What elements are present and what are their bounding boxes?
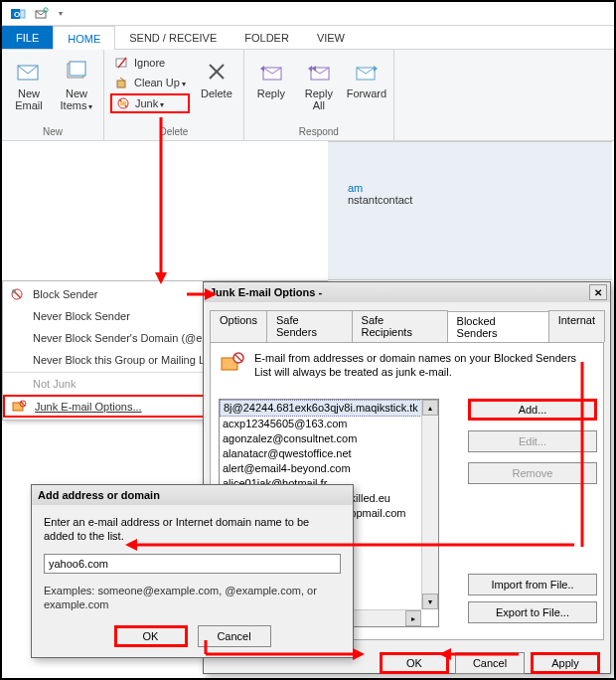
add-dialog-intro: Enter an e-mail address or Internet doma… <box>44 515 341 544</box>
tab-folder[interactable]: FOLDER <box>231 26 303 49</box>
group-delete-label: Delete <box>110 124 237 140</box>
cleanup-icon <box>114 75 130 90</box>
menu-not-junk-label: Not Junk <box>33 378 76 390</box>
block-sender-icon <box>9 286 25 302</box>
menu-never-block-sender-label: Never Block Sender <box>33 310 130 322</box>
delete-label: Delete <box>201 87 232 99</box>
junk-button[interactable]: Junk▾ <box>110 93 190 113</box>
tab-safe-senders[interactable]: Safe Senders <box>266 310 353 342</box>
junk-label: Junk▾ <box>135 97 164 109</box>
list-scrollbar-v[interactable]: ▴▾ <box>421 400 438 609</box>
add-dialog-footer: OK Cancel <box>32 621 353 657</box>
titlebar: O ▾ <box>2 2 614 26</box>
add-dialog-title: Add address or domain <box>38 489 160 501</box>
reply-button[interactable]: Reply <box>250 54 292 99</box>
junk-apply-button[interactable]: Apply <box>531 652 600 674</box>
junk-dialog-tabs: Options Safe Senders Safe Recipients Blo… <box>210 310 604 342</box>
import-button[interactable]: Import from File.. <box>468 574 597 595</box>
cleanup-label: Clean Up▾ <box>134 77 186 88</box>
new-email-label: New Email <box>15 87 43 111</box>
delete-button[interactable]: Delete <box>196 54 237 99</box>
menu-never-block-group-label: Never Block this Group or Mailing List <box>33 354 216 366</box>
svg-rect-7 <box>70 62 85 76</box>
junk-icon <box>115 95 131 111</box>
junk-options-icon <box>11 399 27 415</box>
ribbon-tabs: FILE HOME SEND / RECEIVE FOLDER VIEW <box>2 26 614 50</box>
reply-label: Reply <box>257 87 285 99</box>
add-button[interactable]: Add... <box>468 399 597 421</box>
preview-line1: am <box>348 182 592 194</box>
outlook-icon: O <box>7 4 29 24</box>
group-respond-label: Respond <box>250 124 387 140</box>
list-item[interactable]: 8j@24244.681exk6o3qjv8i.maqikstick.tk <box>220 400 438 417</box>
forward-label: Forward <box>347 87 386 99</box>
svg-text:O: O <box>14 10 20 19</box>
blocked-senders-icon <box>219 351 246 375</box>
ignore-label: Ignore <box>134 57 165 69</box>
tab-view[interactable]: VIEW <box>303 26 359 49</box>
add-dialog-titlebar: Add address or domain <box>32 485 353 505</box>
qat-dropdown-icon[interactable]: ▾ <box>55 4 67 24</box>
new-items-button[interactable]: New Items▾ <box>56 54 97 112</box>
group-respond: Reply Reply All Forward Respond <box>244 50 394 140</box>
forward-button[interactable]: Forward <box>346 54 387 99</box>
junk-ok-button[interactable]: OK <box>380 652 449 674</box>
group-new: New Email New Items▾ New <box>2 50 104 140</box>
svg-rect-10 <box>117 81 125 87</box>
svg-rect-1 <box>20 10 25 18</box>
list-item[interactable]: acxp12345605@163.com <box>220 417 438 431</box>
address-input[interactable] <box>44 554 341 574</box>
new-email-icon <box>13 58 45 85</box>
list-item[interactable]: agonzalez@consultnet.com <box>220 431 438 446</box>
new-items-label: New Items▾ <box>61 87 93 112</box>
add-ok-button[interactable]: OK <box>114 625 188 647</box>
forward-icon <box>351 58 383 85</box>
svg-point-21 <box>12 289 16 293</box>
list-item[interactable]: alanatacr@qwestoffice.net <box>220 446 438 461</box>
group-new-label: New <box>8 124 97 140</box>
reply-icon <box>255 58 287 85</box>
group-delete: Ignore Clean Up▾ Junk▾ Delete Delete <box>104 50 244 140</box>
qat-send-receive-icon[interactable] <box>31 4 53 24</box>
ribbon: New Email New Items▾ New Ignore Clean Up… <box>2 50 614 141</box>
reply-all-button[interactable]: Reply All <box>298 54 340 111</box>
tab-send-receive[interactable]: SEND / RECEIVE <box>115 26 231 49</box>
add-address-dialog: Add address or domain Enter an e-mail ad… <box>31 484 354 658</box>
tab-home[interactable]: HOME <box>53 26 115 50</box>
junk-dialog-titlebar: Junk E-mail Options - ✕ <box>204 282 610 302</box>
annotation-arrow-1 <box>153 117 169 286</box>
menu-block-sender-label: Block Sender <box>33 288 97 300</box>
edit-button: Edit... <box>468 430 597 452</box>
cleanup-button[interactable]: Clean Up▾ <box>110 74 190 91</box>
junk-dialog-title: Junk E-mail Options - <box>210 286 322 298</box>
new-email-button[interactable]: New Email <box>8 54 50 111</box>
svg-rect-13 <box>120 101 126 105</box>
tab-safe-recipients[interactable]: Safe Recipients <box>352 310 448 342</box>
ignore-icon <box>114 55 130 71</box>
reply-all-icon <box>303 58 335 85</box>
new-items-icon <box>61 58 92 85</box>
tab-file[interactable]: FILE <box>2 26 53 49</box>
reply-all-label: Reply All <box>305 87 333 111</box>
preview-line2: nstantcontact <box>348 194 592 206</box>
tab-blocked-senders[interactable]: Blocked Senders <box>447 311 549 343</box>
junk-cancel-button[interactable]: Cancel <box>455 652 525 674</box>
tab-options[interactable]: Options <box>210 310 267 342</box>
junk-dialog-close-button[interactable]: ✕ <box>589 284 607 300</box>
export-button[interactable]: Export to File... <box>468 601 597 623</box>
menu-junk-options-label: Junk E-mail Options... <box>35 401 142 413</box>
add-cancel-button[interactable]: Cancel <box>198 625 271 647</box>
blocked-senders-info: E-mail from addresses or domain names on… <box>254 351 595 380</box>
delete-icon <box>201 58 232 85</box>
ignore-button[interactable]: Ignore <box>110 54 190 72</box>
list-item[interactable]: alert@email4-beyond.com <box>220 461 438 476</box>
tab-international[interactable]: Internat <box>548 310 605 342</box>
add-dialog-examples: Examples: someone@example.com, @example.… <box>44 584 341 612</box>
remove-button: Remove <box>468 462 597 484</box>
inbox-preview: am nstantcontact <box>328 141 612 280</box>
